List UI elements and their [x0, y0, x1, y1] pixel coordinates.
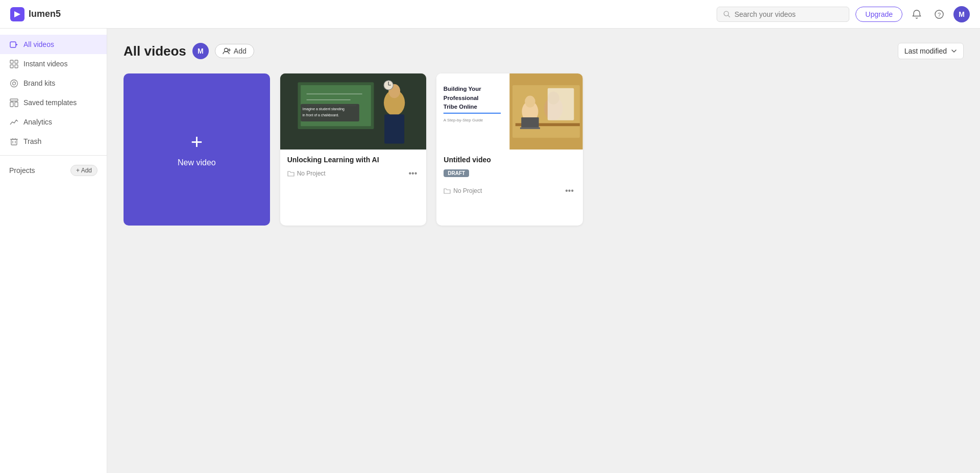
video-card-body-2: Untitled video DRAFT No Project ••• — [436, 150, 583, 204]
svg-point-12 — [10, 80, 17, 87]
plus-icon: + — [191, 132, 203, 152]
bell-icon — [912, 9, 922, 19]
sidebar-item-trash[interactable]: Trash — [0, 132, 107, 151]
svg-rect-14 — [10, 99, 18, 101]
svg-marker-7 — [16, 43, 18, 45]
svg-text:Professional: Professional — [444, 95, 479, 101]
thumbnail-image-1: Imagine a student standing in front of a… — [280, 73, 427, 150]
app-layout: All videos Instant videos Brand kits — [0, 29, 980, 473]
svg-rect-9 — [15, 60, 18, 63]
sidebar-item-all-videos[interactable]: All videos — [0, 35, 107, 54]
brand-icon — [9, 79, 18, 88]
svg-rect-16 — [15, 102, 18, 107]
video-card-footer-1: No Project ••• — [287, 168, 420, 179]
svg-rect-10 — [10, 65, 13, 68]
page-header: All videos M Add Last modified — [124, 43, 964, 59]
draft-badge: DRAFT — [444, 169, 469, 177]
svg-rect-55 — [520, 127, 540, 129]
svg-text:?: ? — [938, 11, 941, 17]
add-person-icon — [223, 47, 231, 55]
header-right: Upgrade ? M — [717, 6, 970, 22]
more-options-button-1[interactable]: ••• — [407, 168, 420, 179]
projects-section: Projects + Add — [0, 160, 107, 181]
sidebar-label-trash: Trash — [23, 137, 41, 145]
svg-rect-6 — [10, 42, 16, 47]
upgrade-button[interactable]: Upgrade — [855, 7, 902, 22]
svg-rect-54 — [522, 117, 539, 128]
sidebar-divider — [0, 155, 107, 156]
owner-avatar: M — [192, 43, 209, 59]
video-card-1: Imagine a student standing in front of a… — [280, 73, 427, 226]
sidebar: All videos Instant videos Brand kits — [0, 29, 107, 473]
sidebar-label-analytics: Analytics — [23, 118, 52, 126]
search-input[interactable] — [734, 10, 843, 18]
template-icon — [9, 98, 18, 107]
sidebar-item-analytics[interactable]: Analytics — [0, 112, 107, 132]
svg-rect-56 — [548, 88, 574, 120]
svg-text:Building Your: Building Your — [444, 86, 482, 92]
search-box — [717, 7, 849, 22]
svg-point-13 — [12, 82, 15, 85]
svg-text:in front of a chalkboard.: in front of a chalkboard. — [302, 113, 339, 117]
sidebar-label-saved-templates: Saved templates — [23, 98, 77, 107]
video-grid: + New video — [124, 73, 583, 226]
video-icon — [9, 40, 18, 49]
sidebar-item-saved-templates[interactable]: Saved templates — [0, 93, 107, 112]
instant-icon — [9, 59, 18, 68]
folder-icon-1 — [287, 170, 295, 177]
add-member-button[interactable]: Add — [215, 44, 254, 58]
user-avatar[interactable]: M — [953, 6, 970, 22]
add-member-label: Add — [234, 47, 247, 55]
logo-text: lumen5 — [29, 9, 61, 19]
notifications-button[interactable] — [909, 6, 925, 22]
svg-point-51 — [525, 96, 535, 108]
sidebar-label-brand-kits: Brand kits — [23, 79, 55, 87]
video-thumbnail-1[interactable]: Imagine a student standing in front of a… — [280, 73, 427, 150]
video-title-1: Unlocking Learning with AI — [287, 156, 420, 164]
sort-label: Last modified — [904, 47, 947, 55]
no-project-2: No Project — [444, 187, 482, 194]
sidebar-label-all-videos: All videos — [23, 40, 54, 48]
sort-dropdown[interactable]: Last modified — [898, 43, 964, 59]
folder-icon-2 — [444, 187, 451, 194]
more-options-button-2[interactable]: ••• — [563, 185, 576, 196]
chevron-down-icon — [951, 48, 957, 54]
svg-rect-8 — [10, 60, 13, 63]
svg-text:Tribe Online: Tribe Online — [444, 104, 477, 110]
sidebar-item-instant-videos[interactable]: Instant videos — [0, 54, 107, 73]
main-content: All videos M Add Last modified — [107, 29, 980, 473]
logo-icon — [10, 7, 24, 21]
logo[interactable]: lumen5 — [10, 7, 61, 21]
svg-line-3 — [728, 15, 730, 17]
svg-rect-15 — [10, 102, 13, 107]
video-card-body-1: Unlocking Learning with AI No Project ••… — [280, 150, 427, 186]
new-video-label: New video — [178, 158, 216, 167]
help-button[interactable]: ? — [931, 6, 947, 22]
add-project-button[interactable]: + Add — [70, 165, 97, 176]
sidebar-item-brand-kits[interactable]: Brand kits — [0, 73, 107, 93]
video-title-2: Untitled video — [444, 156, 576, 164]
svg-rect-17 — [11, 139, 17, 145]
thumbnail-image-2: Building Your Professional Tribe Online … — [436, 73, 583, 150]
sidebar-label-instant-videos: Instant videos — [23, 60, 67, 68]
projects-label: Projects — [9, 166, 35, 175]
svg-text:Imagine a student standing: Imagine a student standing — [302, 107, 345, 111]
help-icon: ? — [934, 9, 944, 19]
new-video-card[interactable]: + New video — [124, 73, 270, 226]
header: lumen5 Upgrade ? M — [0, 0, 980, 29]
analytics-icon — [9, 117, 18, 127]
svg-text:A Step-by-Step Guide: A Step-by-Step Guide — [444, 118, 483, 122]
trash-icon — [9, 137, 18, 146]
search-icon — [723, 10, 730, 18]
svg-rect-34 — [384, 114, 404, 143]
video-card-footer-2: No Project ••• — [444, 185, 576, 196]
video-thumbnail-2[interactable]: Building Your Professional Tribe Online … — [436, 73, 583, 150]
no-project-1: No Project — [287, 170, 326, 177]
video-card-2: Building Your Professional Tribe Online … — [436, 73, 583, 226]
page-title: All videos — [124, 43, 186, 59]
svg-rect-11 — [15, 65, 18, 68]
